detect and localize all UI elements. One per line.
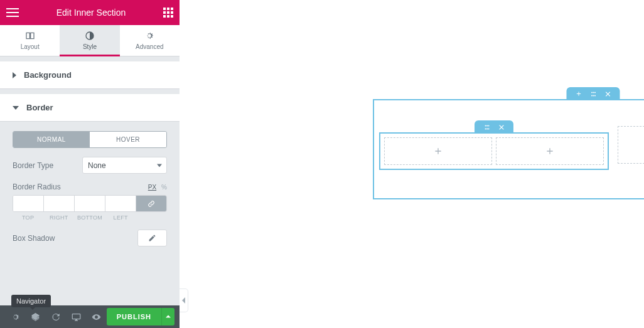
toggle-hover[interactable]: HOVER xyxy=(90,132,166,147)
gear-icon xyxy=(11,312,20,322)
plus-icon xyxy=(433,146,443,156)
add-widget-placeholder[interactable] xyxy=(496,137,604,165)
spacer xyxy=(0,89,180,94)
inner-section-handle xyxy=(475,120,513,134)
radius-right-input[interactable] xyxy=(44,196,75,211)
svg-point-2 xyxy=(593,92,594,93)
tab-label: Style xyxy=(83,43,97,50)
navigator-button[interactable] xyxy=(25,305,45,328)
svg-point-9 xyxy=(488,125,490,126)
svg-point-6 xyxy=(594,95,596,96)
border-radius-header: Border Radius PX % xyxy=(13,183,167,191)
panel-footer: PUBLISH xyxy=(0,305,180,328)
accordion-background[interactable]: Background xyxy=(0,61,180,89)
tab-label: Layout xyxy=(21,43,40,50)
panel-title: Edit Inner Section xyxy=(56,8,126,18)
svg-point-1 xyxy=(591,92,593,93)
delete-section-button[interactable] xyxy=(605,91,611,97)
svg-point-7 xyxy=(485,125,486,126)
border-type-label: Border Type xyxy=(13,161,53,170)
eye-icon xyxy=(92,312,101,322)
publish-button[interactable]: PUBLISH xyxy=(107,308,161,325)
border-type-select[interactable]: None xyxy=(82,157,167,174)
unit-toggles: PX % xyxy=(148,184,167,191)
box-shadow-edit-button[interactable] xyxy=(137,230,167,246)
settings-button[interactable] xyxy=(5,305,25,328)
drag-section-button[interactable] xyxy=(590,90,598,98)
side-label: BOTTOM xyxy=(74,214,105,221)
panel-header: Edit Inner Section xyxy=(0,0,180,25)
add-section-button[interactable] xyxy=(576,90,582,97)
svg-point-11 xyxy=(486,128,488,129)
collapse-panel-button[interactable] xyxy=(180,288,188,312)
navigator-tooltip: Navigator xyxy=(11,295,51,307)
toggle-normal[interactable]: NORMAL xyxy=(13,132,90,147)
publish-options-button[interactable] xyxy=(161,308,174,325)
link-values-button[interactable] xyxy=(136,196,166,211)
undo-icon xyxy=(51,312,60,322)
menu-icon[interactable] xyxy=(6,8,19,17)
add-widget-placeholder[interactable] xyxy=(618,126,644,164)
border-section-body: NORMAL HOVER Border Type None Border Rad… xyxy=(0,122,180,256)
spacer xyxy=(0,56,180,61)
unit-percent[interactable]: % xyxy=(161,184,167,191)
state-toggle: NORMAL HOVER xyxy=(13,131,167,148)
border-type-row: Border Type None xyxy=(13,157,167,174)
border-type-select-wrap: None xyxy=(82,157,167,174)
history-button[interactable] xyxy=(46,305,66,328)
svg-point-4 xyxy=(591,95,593,96)
responsive-button[interactable] xyxy=(66,305,86,328)
outer-section[interactable] xyxy=(373,99,644,199)
chevron-left-icon xyxy=(182,297,186,304)
pencil-icon xyxy=(148,234,156,242)
preview-button[interactable] xyxy=(86,305,106,328)
contrast-icon xyxy=(85,31,95,41)
caret-down-icon xyxy=(13,106,19,110)
box-shadow-row: Box Shadow xyxy=(13,230,167,246)
preview-canvas xyxy=(180,0,644,328)
delete-inner-button[interactable] xyxy=(498,124,505,130)
section-handle xyxy=(567,87,620,100)
svg-point-8 xyxy=(486,125,488,126)
accordion-label: Border xyxy=(26,103,53,112)
tab-label: Advanced xyxy=(136,43,163,50)
caret-right-icon xyxy=(13,72,16,78)
desktop-icon xyxy=(72,312,81,322)
layers-icon xyxy=(31,312,40,322)
radius-top-input[interactable] xyxy=(13,196,44,211)
add-widget-placeholder[interactable] xyxy=(384,137,492,165)
plus-icon xyxy=(545,146,555,156)
svg-point-12 xyxy=(488,128,490,129)
radius-bottom-input[interactable] xyxy=(75,196,105,211)
border-radius-group: Border Radius PX % TOP RIGHT BOTTOM L xyxy=(13,183,167,221)
tabs: Layout Style Advanced xyxy=(0,25,180,56)
columns-icon xyxy=(25,31,35,41)
accordion-label: Background xyxy=(24,70,72,80)
unit-px[interactable]: PX xyxy=(148,184,156,191)
side-label: LEFT xyxy=(105,214,136,221)
apps-icon[interactable] xyxy=(163,8,173,18)
inner-section[interactable] xyxy=(379,132,609,170)
border-radius-side-labels: TOP RIGHT BOTTOM LEFT xyxy=(13,214,167,221)
tab-advanced[interactable]: Advanced xyxy=(120,25,180,56)
radius-left-input[interactable] xyxy=(105,196,136,211)
gear-icon xyxy=(144,31,154,41)
accordion-border[interactable]: Border xyxy=(0,94,180,122)
border-radius-inputs xyxy=(13,195,167,212)
side-label: RIGHT xyxy=(43,214,74,221)
box-shadow-label: Box Shadow xyxy=(13,234,55,243)
svg-point-10 xyxy=(485,128,486,129)
drag-inner-button[interactable] xyxy=(483,124,491,131)
side-label: TOP xyxy=(13,214,43,221)
svg-point-5 xyxy=(593,95,594,96)
tab-layout[interactable]: Layout xyxy=(0,25,60,56)
border-radius-label: Border Radius xyxy=(13,183,61,191)
tab-style[interactable]: Style xyxy=(60,25,119,56)
svg-point-3 xyxy=(594,92,596,93)
editor-panel: Edit Inner Section Layout Style Advanced… xyxy=(0,0,180,328)
caret-up-icon xyxy=(166,314,171,319)
